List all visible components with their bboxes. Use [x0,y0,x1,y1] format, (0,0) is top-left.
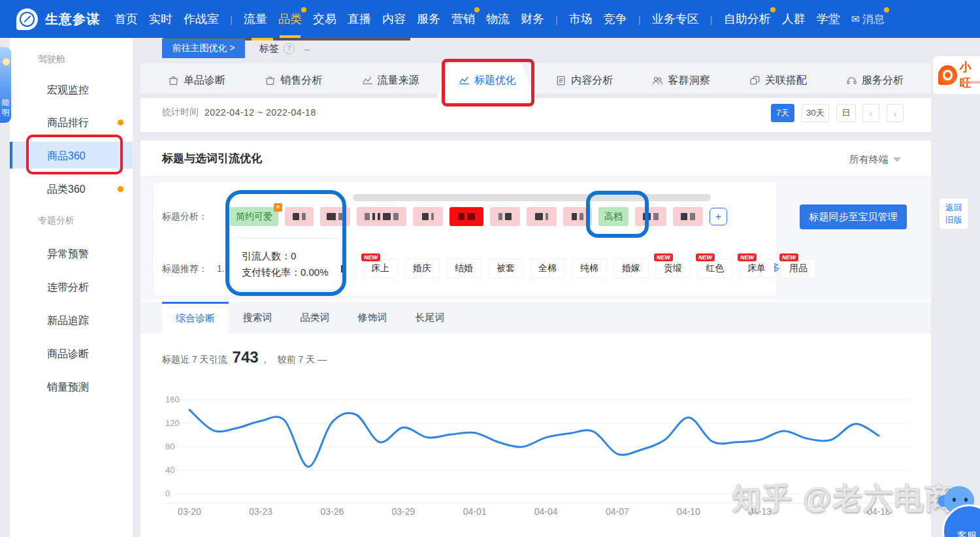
notification-dot [301,7,306,12]
word-tag-censored[interactable] [320,207,350,226]
prev-period-button[interactable]: ‹ [862,104,879,122]
back-to-old-version-button[interactable]: 返回 旧版 [939,198,969,229]
notification-dot [118,120,123,125]
reco-chip-chunmian[interactable]: 纯棉 [572,259,607,278]
terminal-filter-dropdown[interactable]: 所有终端 [849,154,901,166]
reco-keyword-chips: NEW床上 婚庆 结婚 被套 全棉 纯棉 婚嫁 NEW贡缎 NEW红色 NEW床… [330,259,816,278]
reco-chip-yongpin[interactable]: NEW用品 [781,259,816,278]
summary-separator: ， [261,354,270,366]
word-tag-censored[interactable] [673,207,703,226]
word-tag-censored[interactable] [563,207,592,226]
reco-chip-beitao[interactable]: 被套 [488,259,523,278]
sidebar-item-product-360[interactable]: 商品360 [47,150,86,163]
nav-item-self-analysis[interactable]: 自助分析 [724,0,771,38]
svg-text:03-20: 03-20 [178,506,201,517]
reco-chip-label: 床上 [371,263,389,274]
remove-tag-icon[interactable]: ✕ [274,203,282,212]
sidebar-item-macro-monitor[interactable]: 宏观监控 [47,84,89,97]
help-icon[interactable]: ? [284,43,295,54]
goto-main-image-optimize-button[interactable]: 前往主图优化 > [162,39,245,58]
nav-item-warroom[interactable]: 作战室 [184,0,219,38]
mascot-face-icon [2,57,10,66]
assistant-mascot-widget[interactable]: 能明 [0,47,11,123]
nav-item-logistics[interactable]: 物流 [486,0,510,38]
word-tag-censored[interactable] [527,207,557,226]
elephant-eye-icon [964,498,968,502]
summary-prefix: 标题近 7 天引流 [162,354,227,366]
word-tag-censored[interactable] [490,207,520,226]
svg-text:03-29: 03-29 [391,506,415,517]
svg-text:160: 160 [165,395,180,404]
word-tag-censored[interactable] [285,207,314,226]
tab-item-content-analysis[interactable]: 内容分析 [555,74,613,88]
nav-item-realtime[interactable]: 实时 [149,0,172,38]
nav-item-business-zone[interactable]: 业务专区 [652,0,699,38]
word-tag-censored[interactable] [413,207,443,226]
svg-text:03-26: 03-26 [320,506,344,517]
reco-chip-label: 红色 [706,263,724,274]
reco-chip-chuangshang[interactable]: NEW床上 [363,259,398,278]
nav-item-live[interactable]: 直播 [348,0,371,38]
nav-item-academy[interactable]: 学堂 [817,0,840,38]
next-period-button[interactable]: › [887,104,904,122]
tab-item-traffic-source[interactable]: 流量来源 [362,74,419,88]
tab-item-diagnosis[interactable]: 单品诊断 [168,74,225,88]
sync-title-button[interactable]: 标题同步至宝贝管理 [800,204,907,229]
nav-item-content[interactable]: 内容 [382,0,406,38]
elephant-eye-icon [953,498,956,502]
title-reco-label: 标题推荐： [162,263,208,275]
tab-item-service-analysis[interactable]: 服务分析 [846,74,904,88]
add-word-button[interactable]: + [710,208,727,225]
sidebar-item-anomaly-alert[interactable]: 异常预警 [47,248,89,261]
tab-item-title-optimize[interactable]: 标题优化 [459,74,516,88]
nav-item-messages[interactable]: ✉消息 [851,0,885,38]
reco-chip-jiehun[interactable]: 结婚 [446,259,482,278]
word-tag-censored[interactable] [635,207,666,226]
subtab-longtail-words[interactable]: 长尾词 [401,302,459,333]
summary-value: 743 [233,348,259,366]
word-tag-censored-red[interactable] [449,207,483,226]
module-tabs: 单品诊断 销售分析 流量来源 标题优化 内容分析 客群洞察 关联搭配 [140,63,931,98]
traffic-summary: 标题近 7 天引流 743 ， 较前 7 天 — [162,348,327,366]
sidebar-item-category-360[interactable]: 品类360 [47,183,86,197]
sidebar-item-sales-forecast[interactable]: 销量预测 [47,381,89,395]
word-tag-censored[interactable] [357,207,406,226]
reco-chip-chuangdan[interactable]: NEW床单 [739,259,774,278]
nav-item-audience[interactable]: 人群 [782,0,806,38]
nav-item-trade[interactable]: 交易 [313,0,336,38]
xiaowang-promo-widget[interactable]: 小旺 [933,56,980,94]
word-tag-jianyue-keai[interactable]: 简约可爱 ✕ [230,207,278,226]
nav-item-competition[interactable]: 竞争 [604,0,627,38]
subtab-category-words[interactable]: 品类词 [286,302,344,333]
customer-service-widget[interactable]: 客服 [939,485,980,537]
nav-item-finance[interactable]: 财务 [521,0,544,38]
sidebar-item-product-diagnosis[interactable]: 商品诊断 [47,348,89,361]
tab-item-sales-analysis[interactable]: 销售分析 [265,74,322,88]
reco-chip-quanmian[interactable]: 全棉 [530,259,565,278]
nav-item-home[interactable]: 首页 [114,0,138,38]
title-analysis-label: 标题分析： [162,211,208,223]
xiaowang-logo-icon [938,65,957,85]
reco-chip-hongse[interactable]: NEW红色 [697,259,732,278]
nav-item-service[interactable]: 服务 [417,0,440,38]
word-tag-gaodang[interactable]: 高档 [598,207,629,226]
period-day-button[interactable]: 日 [836,104,856,122]
reco-chip-hunjia[interactable]: 婚嫁 [613,259,649,278]
subtab-modifier-words[interactable]: 修饰词 [344,302,401,333]
period-30d-button[interactable]: 30天 [802,104,829,122]
nav-item-marketing[interactable]: 营销 [451,0,475,38]
subtab-search-words[interactable]: 搜索词 [229,302,286,333]
tab-item-customer-insight[interactable]: 客群洞察 [652,74,710,88]
tab-item-related-match[interactable]: 关联搭配 [749,74,807,88]
reco-chip-gongduan[interactable]: NEW贡缎 [655,259,691,278]
nav-item-category-active[interactable]: 品类 [278,0,302,38]
nav-item-market[interactable]: 市场 [569,0,593,38]
brand[interactable]: 生意参谋 [16,8,100,30]
sidebar-item-new-product-tracking[interactable]: 新品追踪 [47,314,89,328]
reco-chip-hunqing[interactable]: 婚庆 [404,259,440,278]
sidebar-item-product-ranking[interactable]: 商品排行 [47,116,89,130]
nav-item-traffic[interactable]: 流量 [244,0,267,38]
period-7d-button[interactable]: 7天 [771,104,794,122]
sidebar-item-linked-analysis[interactable]: 连带分析 [47,281,89,295]
subtab-comprehensive[interactable]: 综合诊断 [162,302,229,333]
